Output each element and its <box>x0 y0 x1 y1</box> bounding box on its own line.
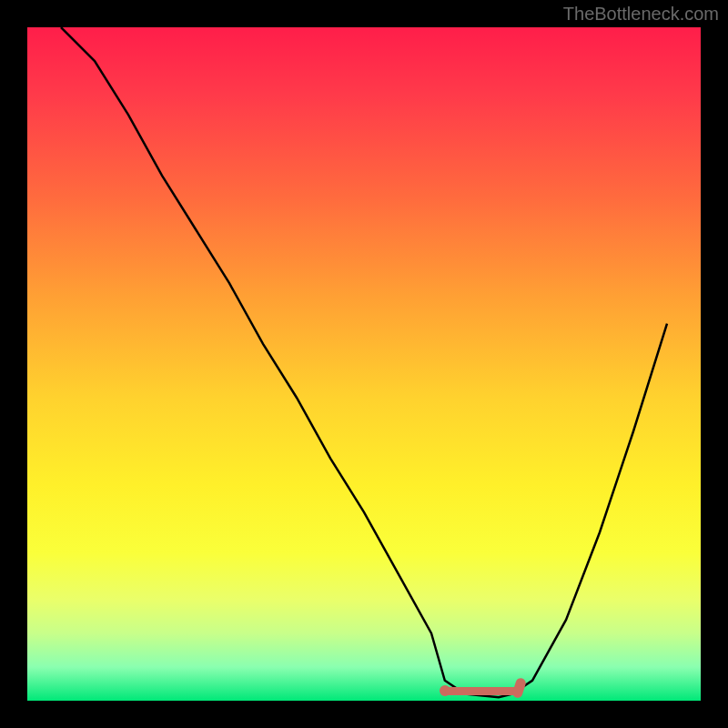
curve-svg <box>27 27 701 701</box>
optimal-range-bar <box>445 687 519 695</box>
bottleneck-curve <box>61 27 667 697</box>
attribution-text: TheBottleneck.com <box>563 4 719 25</box>
plot-area <box>27 27 701 701</box>
